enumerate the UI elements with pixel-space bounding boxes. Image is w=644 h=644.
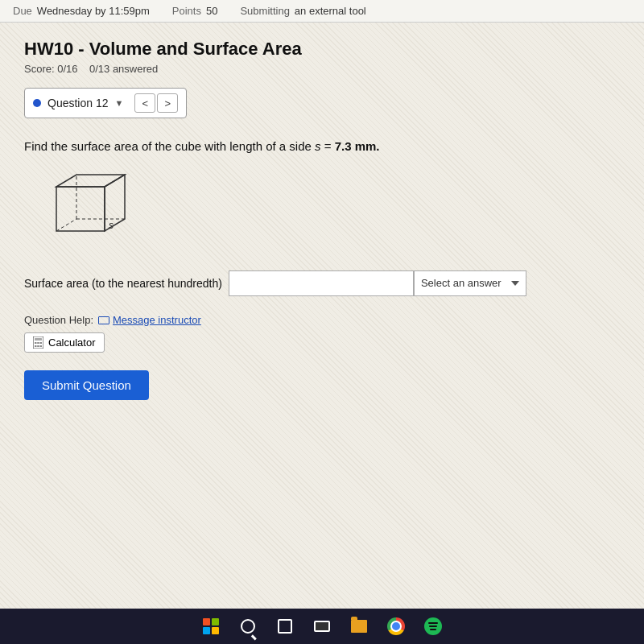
- unit-select[interactable]: Select an answer mm mm² mm³: [414, 270, 526, 296]
- camera-icon[interactable]: [311, 615, 333, 638]
- files-icon[interactable]: [348, 615, 370, 638]
- cube-svg: s: [32, 171, 137, 251]
- calculator-icon: [33, 336, 43, 349]
- help-label: Question Help:: [24, 314, 93, 326]
- score-value: 0/16: [57, 63, 77, 75]
- question-help: Question Help: Message instructor: [24, 314, 620, 326]
- envelope-icon: [98, 316, 109, 324]
- due-value: Wednesday by 11:59pm: [37, 5, 150, 17]
- top-bar: Due Wednesday by 11:59pm Points 50 Submi…: [0, 0, 644, 23]
- svg-marker-2: [105, 175, 125, 231]
- points-info: Points 50: [172, 5, 218, 17]
- svg-rect-9: [37, 342, 39, 344]
- score-line: Score: 0/16 0/13 answered: [24, 63, 620, 75]
- due-info: Due Wednesday by 11:59pm: [13, 5, 150, 17]
- prev-question-button[interactable]: <: [134, 93, 155, 113]
- svg-rect-12: [37, 345, 39, 347]
- submitting-info: Submitting an external tool: [240, 5, 365, 17]
- calculator-button[interactable]: Calculator: [24, 332, 105, 353]
- chrome-icon[interactable]: [385, 615, 407, 638]
- surface-area-label: Surface area (to the nearest hundredth): [24, 277, 222, 290]
- question-text: Find the surface area of the cube with l…: [24, 138, 620, 156]
- taskbar: [0, 609, 644, 644]
- cube-diagram: s: [32, 171, 620, 254]
- submitting-value: an external tool: [295, 5, 366, 17]
- search-icon[interactable]: [237, 615, 259, 638]
- question-label: Question 12: [47, 97, 109, 109]
- message-instructor-link[interactable]: Message instructor: [98, 314, 201, 326]
- question-value: 7.3 mm.: [335, 139, 380, 153]
- nav-buttons: < >: [134, 93, 178, 113]
- next-question-button[interactable]: >: [157, 93, 178, 113]
- calculator-label: Calculator: [48, 336, 96, 349]
- side-label: s: [109, 220, 114, 231]
- svg-line-3: [56, 219, 76, 231]
- due-label: Due: [13, 5, 32, 17]
- question-navigator[interactable]: Question 12 ▼ < >: [24, 88, 187, 118]
- spotify-icon[interactable]: [422, 615, 444, 638]
- svg-rect-8: [35, 342, 37, 344]
- question-variable: s: [315, 139, 321, 153]
- question-status-dot: [33, 99, 41, 107]
- svg-marker-0: [56, 187, 105, 231]
- svg-rect-10: [40, 342, 43, 344]
- task-view-icon[interactable]: [274, 615, 296, 638]
- question-equals: =: [321, 139, 335, 153]
- windows-icon[interactable]: [200, 615, 222, 638]
- main-content: HW10 - Volume and Surface Area Score: 0/…: [0, 23, 644, 609]
- submit-question-button[interactable]: Submit Question: [24, 370, 149, 400]
- question-text-prefix: Find the surface area of the cube with l…: [24, 139, 315, 153]
- points-label: Points: [172, 5, 201, 17]
- svg-rect-11: [35, 345, 37, 347]
- points-value: 50: [206, 5, 217, 17]
- surface-area-input[interactable]: [229, 270, 414, 296]
- submitting-label: Submitting: [240, 5, 289, 17]
- score-label: Score:: [24, 63, 55, 75]
- answer-row: Surface area (to the nearest hundredth) …: [24, 270, 620, 296]
- question-dropdown-arrow[interactable]: ▼: [115, 98, 124, 108]
- svg-rect-7: [35, 338, 42, 341]
- submit-button-label: Submit Question: [42, 378, 131, 392]
- answered-label: 0/13 answered: [89, 63, 158, 75]
- svg-rect-13: [40, 345, 43, 347]
- message-link-text: Message instructor: [113, 314, 201, 326]
- hw-title: HW10 - Volume and Surface Area: [24, 39, 620, 60]
